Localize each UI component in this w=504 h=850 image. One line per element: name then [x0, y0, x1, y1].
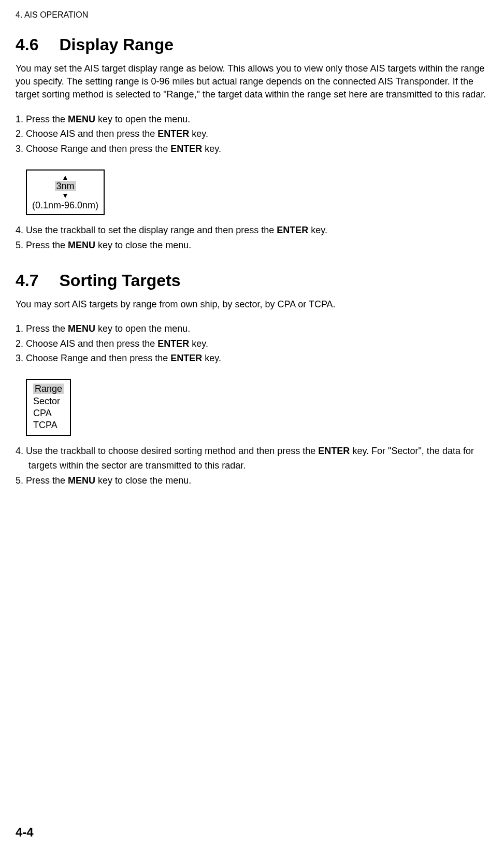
list-item: 5. Press the MENU key to close the menu.: [16, 238, 488, 253]
list-item: 5. Press the MENU key to close the menu.: [16, 473, 488, 488]
section-46-intro: You may set the AIS target display range…: [16, 62, 488, 102]
section-46-steps-a: 1. Press the MENU key to open the menu. …: [16, 112, 488, 157]
sort-figure-box: Range Sector CPA TCPA: [26, 379, 71, 436]
range-limits: (0.1nm-96.0nm): [32, 200, 98, 211]
sort-option-sector: Sector: [32, 395, 65, 407]
list-item: 1. Press the MENU key to open the menu.: [16, 321, 488, 336]
sort-option-range: Range: [32, 383, 65, 395]
section-title-text: Sorting Targets: [59, 271, 180, 290]
section-47-title: 4.7Sorting Targets: [16, 271, 488, 290]
sort-option-cpa: CPA: [32, 407, 65, 419]
arrow-up-icon: ▲: [32, 174, 98, 181]
list-item: 4. Use the trackball to set the display …: [16, 223, 488, 238]
page-number: 4-4: [16, 825, 34, 840]
section-47-steps-a: 1. Press the MENU key to open the menu. …: [16, 321, 488, 366]
section-number: 4.6: [16, 35, 38, 54]
list-item: 3. Choose Range and then press the ENTER…: [16, 351, 488, 366]
list-item: 2. Choose AIS and then press the ENTER k…: [16, 336, 488, 351]
section-47-steps-b: 4. Use the trackball to choose desired s…: [16, 444, 488, 488]
chapter-header: 4. AIS OPERATION: [16, 10, 488, 20]
section-title-text: Display Range: [59, 35, 174, 54]
list-item: 3. Choose Range and then press the ENTER…: [16, 141, 488, 157]
section-47-intro: You may sort AIS targets by range from o…: [16, 298, 488, 311]
list-item: 2. Choose AIS and then press the ENTER k…: [16, 126, 488, 141]
section-46-steps-b: 4. Use the trackball to set the display …: [16, 223, 488, 253]
sort-option-tcpa: TCPA: [32, 419, 65, 431]
list-item: 1. Press the MENU key to open the menu.: [16, 112, 488, 127]
list-item: 4. Use the trackball to choose desired s…: [16, 444, 488, 474]
section-46-title: 4.6Display Range: [16, 35, 488, 54]
range-value: 3nm: [32, 181, 98, 192]
arrow-down-icon: ▼: [32, 192, 98, 199]
section-number: 4.7: [16, 271, 38, 290]
range-figure-box: ▲ 3nm ▼ (0.1nm-96.0nm): [26, 169, 105, 215]
